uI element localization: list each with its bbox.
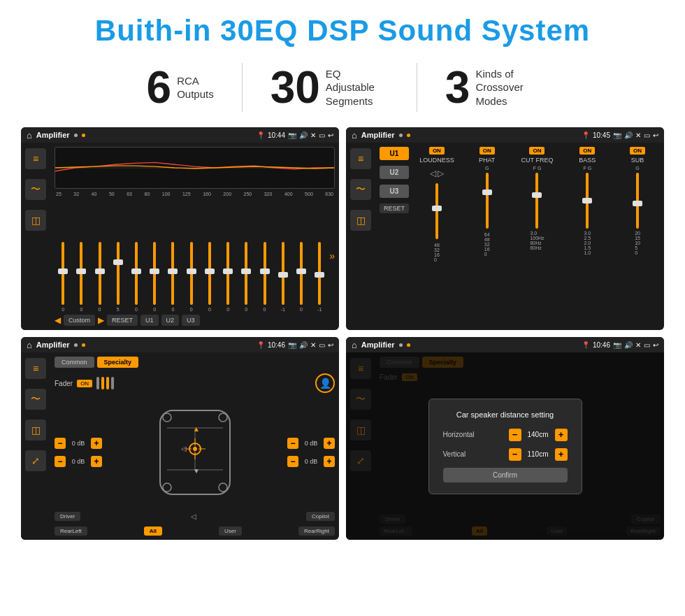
horizontal-stepper: − 140cm + <box>509 429 568 441</box>
col-sub: ON SUB G 20151050 <box>615 147 660 326</box>
svg-text:▼: ▼ <box>193 467 200 475</box>
bass-f: F <box>583 166 586 171</box>
eq-icon-btn-2[interactable]: ≡ <box>350 148 371 169</box>
horizontal-minus[interactable]: − <box>509 429 521 441</box>
reset-btn-1[interactable]: RESET <box>107 315 138 326</box>
db-plus-4[interactable]: + <box>324 456 335 467</box>
loudness-on[interactable]: ON <box>429 147 445 155</box>
all-btn[interactable]: All <box>144 527 162 536</box>
db-minus-4[interactable]: − <box>287 456 298 467</box>
cutfreq-f: F <box>533 166 536 171</box>
vertical-minus[interactable]: − <box>509 448 521 461</box>
close-icon-1: ✕ <box>310 131 316 139</box>
phat-on[interactable]: ON <box>480 147 495 155</box>
home-icon-1[interactable]: ⌂ <box>27 130 32 141</box>
user-btn[interactable]: User <box>219 527 242 536</box>
db-plus-2[interactable]: + <box>91 456 102 467</box>
vertical-plus[interactable]: + <box>555 448 568 461</box>
loudness-right[interactable]: ▷ <box>438 169 444 178</box>
fader-on[interactable]: ON <box>77 380 92 387</box>
db-minus-3[interactable]: − <box>287 438 298 449</box>
stat-label-crossover: Kinds ofCrossover Modes <box>475 67 538 108</box>
slider-col-3: 0 <box>91 242 108 312</box>
home-icon-3[interactable]: ⌂ <box>27 340 32 350</box>
expand-icon-btn-3[interactable]: ⤢ <box>25 450 46 471</box>
loudness-left[interactable]: ◁ <box>430 169 436 178</box>
camera-icon-1: 📷 <box>288 131 296 139</box>
sub-g: G <box>635 166 639 171</box>
u1-btn[interactable]: U1 <box>140 315 159 326</box>
u1-crossover-btn[interactable]: U1 <box>380 147 409 160</box>
u3-crossover-btn[interactable]: U3 <box>380 185 409 198</box>
sub-slider[interactable] <box>636 173 639 229</box>
eq-icon-btn[interactable]: ≡ <box>25 148 46 169</box>
eq-icon-btn-3[interactable]: ≡ <box>25 358 46 379</box>
home-icon-4[interactable]: ⌂ <box>352 340 357 350</box>
wave-icon-btn-2[interactable]: 〜 <box>350 179 371 200</box>
wave-icon-btn-3[interactable]: 〜 <box>25 389 46 410</box>
cutfreq-slider[interactable] <box>535 173 538 229</box>
status-dot-3a <box>74 343 78 347</box>
dialog-overlay: Car speaker distance setting Horizontal … <box>346 352 664 540</box>
prev-btn[interactable]: ◀ <box>55 315 61 325</box>
driver-btn[interactable]: Driver <box>55 512 80 521</box>
speaker-icon-btn-3[interactable]: ◫ <box>25 420 46 440</box>
back-icon-1[interactable]: ↩ <box>328 131 333 139</box>
horizontal-plus[interactable]: + <box>555 429 568 441</box>
db-value-3: 0 dB <box>301 440 321 447</box>
loudness-slider[interactable] <box>435 183 438 239</box>
dialog-title: Car speaker distance setting <box>443 410 568 419</box>
db-row-4: − 0 dB + <box>287 456 335 467</box>
db-value-4: 0 dB <box>301 458 321 465</box>
time-4: 10:46 <box>593 341 610 349</box>
status-dot-1a <box>74 134 78 137</box>
main-area: − 0 dB + − 0 dB + <box>55 399 335 506</box>
rearleft-btn[interactable]: RearLeft <box>55 527 87 536</box>
bass-slider[interactable] <box>586 173 589 229</box>
db-minus-1[interactable]: − <box>55 438 66 449</box>
bass-on[interactable]: ON <box>579 147 595 155</box>
user-icon[interactable]: 👤 <box>315 373 335 393</box>
wave-icon-btn[interactable]: 〜 <box>25 179 46 200</box>
u2-btn[interactable]: U2 <box>161 315 180 326</box>
bass-g: G <box>588 166 591 171</box>
slider-col-6: 0 <box>146 242 163 312</box>
sub-on[interactable]: ON <box>630 147 645 155</box>
arrow-left-icon[interactable]: ◁ <box>191 513 196 520</box>
fader-bar-3 <box>106 377 109 389</box>
reset-btn-2[interactable]: RESET <box>380 203 409 213</box>
db-minus-2[interactable]: − <box>55 456 66 467</box>
speaker-icon-btn[interactable]: ◫ <box>25 210 46 231</box>
cutfreq-scale: 3.0100Hz80Hz60Hz <box>530 231 544 250</box>
db-plus-1[interactable]: + <box>91 438 102 449</box>
rearright-btn[interactable]: RearRight <box>298 527 335 536</box>
more-icon[interactable]: » <box>329 250 335 262</box>
u3-btn[interactable]: U3 <box>182 315 200 326</box>
speaker-icon-btn-2[interactable]: ◫ <box>350 210 371 231</box>
location-icon-2: 📍 <box>582 131 590 139</box>
home-icon-2[interactable]: ⌂ <box>352 130 357 141</box>
back-icon-4[interactable]: ↩ <box>653 341 658 349</box>
screens-grid: ⌂ Amplifier 📍 10:44 📷 🔊 ✕ ▭ ↩ ≡ 〜 <box>21 127 664 540</box>
status-dot-2b <box>407 134 410 137</box>
u2-crossover-btn[interactable]: U2 <box>380 166 409 179</box>
cutfreq-on[interactable]: ON <box>529 147 545 155</box>
play-btn[interactable]: ▶ <box>98 315 104 325</box>
close-icon-4: ✕ <box>635 341 641 349</box>
back-icon-2[interactable]: ↩ <box>653 131 658 139</box>
phat-slider[interactable] <box>486 173 489 229</box>
copilot-btn[interactable]: Copilot <box>306 512 335 521</box>
db-plus-3[interactable]: + <box>324 438 335 449</box>
camera-icon-3: 📷 <box>288 341 296 349</box>
bass-fg: F G <box>583 166 591 171</box>
vertical-stepper: − 110cm + <box>509 448 568 461</box>
camera-icon-4: 📷 <box>613 341 621 349</box>
back-icon-3[interactable]: ↩ <box>328 341 333 349</box>
custom-btn[interactable]: Custom <box>64 315 95 326</box>
tab-common[interactable]: Common <box>55 357 94 368</box>
svg-point-5 <box>163 413 171 422</box>
app-name-3: Amplifier <box>36 341 70 349</box>
app-name-2: Amplifier <box>361 131 395 139</box>
tab-specialty[interactable]: Specialty <box>97 357 139 368</box>
confirm-btn[interactable]: Confirm <box>443 468 568 482</box>
